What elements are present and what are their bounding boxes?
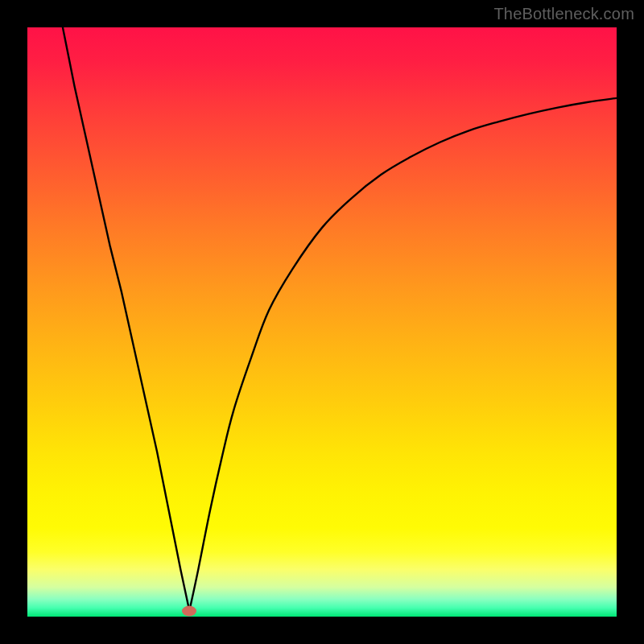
chart-frame: TheBottleneck.com — [0, 0, 644, 644]
watermark-text: TheBottleneck.com — [493, 5, 634, 23]
optimal-point-marker — [182, 605, 196, 616]
bottleneck-curve — [27, 27, 617, 617]
plot-area — [27, 27, 617, 617]
